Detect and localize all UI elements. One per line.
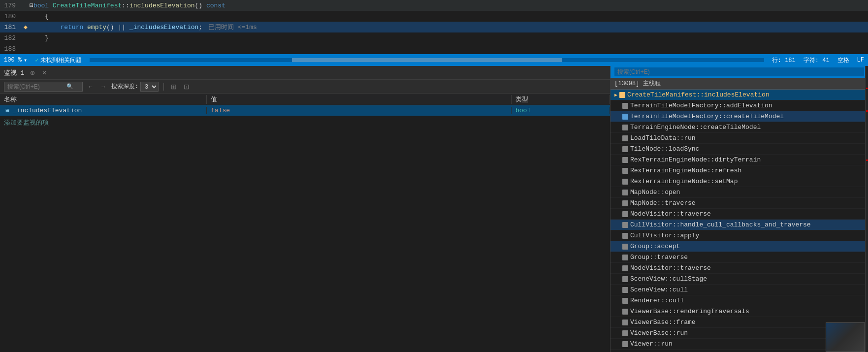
callstack-icon-8 [622, 179, 628, 185]
depth-value-select[interactable]: 3 1 2 4 5 [140, 82, 159, 92]
callstack-label-0: CreateTileManifest::includesElevation [627, 91, 770, 98]
watch-search-input[interactable] [7, 83, 66, 90]
callstack-icon-4 [622, 135, 628, 141]
callstack-label-13: CullVisitor::apply [630, 232, 699, 239]
callstack-marker-3 [866, 160, 868, 161]
callstack-item-19[interactable]: Renderer::cull [611, 295, 868, 306]
callstack-item-15[interactable]: Group::traverse [611, 252, 868, 263]
callstack-label-1: TerrainTileModelFactory::addElevation [630, 102, 772, 109]
callstack-label-14: Group::accept [630, 243, 680, 250]
watch-cell-type-0: bool [512, 107, 610, 114]
callstack-label-11: NodeVisitor::traverse [630, 210, 711, 218]
callstack-item-2[interactable]: TerrainTileModelFactory::createTileModel [611, 111, 868, 122]
callstack-icon-7 [622, 168, 628, 174]
scrollbar-track[interactable] [90, 58, 764, 62]
watch-cell-name-0: ⊞ _includesElevation [0, 107, 207, 114]
watch-table: 名称 值 类型 ⊞ _includesElevation false bool … [0, 94, 610, 352]
callstack-icon-9 [622, 190, 628, 195]
watch-panel: 监视 1 ⊕ ✕ 🔍 ← → 搜索深度: 3 1 2 4 5 [0, 66, 611, 352]
line-content-181: return empty() || _includesElevation;已用时… [30, 23, 868, 32]
encoding-info: LF [857, 56, 864, 64]
callstack-label-16: NodeVisitor::traverse [630, 264, 711, 272]
watch-nav-forward-button[interactable]: → [98, 82, 108, 91]
line-number-183: 183 [2, 45, 22, 53]
callstack-label-10: MapNode::traverse [630, 199, 696, 207]
col-header-value: 值 [207, 95, 512, 104]
code-lines: 179 ⊟bool CreateTileManifest::includesEl… [0, 0, 868, 54]
zoom-level[interactable]: 100 % ▾ [4, 57, 27, 64]
callstack-header [611, 66, 868, 78]
watch-search-box[interactable]: 🔍 [4, 82, 83, 92]
callstack-icon-5 [622, 146, 628, 152]
callstack-item-11[interactable]: NodeVisitor::traverse [611, 209, 868, 220]
callstack-icon-6 [622, 157, 628, 163]
watch-nav-back-button[interactable]: ← [86, 82, 96, 91]
callstack-label-4: LoadTileData::run [630, 134, 696, 142]
callstack-scrollbar-track [865, 66, 868, 352]
callstack-item-7[interactable]: RexTerrainEngineNode::refresh [611, 165, 868, 176]
callstack-icon-0 [619, 92, 625, 98]
callstack-icon-1 [622, 103, 628, 109]
line-content-179: ⊟bool CreateTileManifest::includesElevat… [30, 1, 868, 9]
code-editor: 179 ⊟bool CreateTileManifest::includesEl… [0, 0, 868, 54]
callstack-thread-label: [13008] 主线程 [614, 79, 661, 88]
callstack-label-20: ViewerBase::renderingTraversals [630, 308, 749, 315]
callstack-item-20[interactable]: ViewerBase::renderingTraversals [611, 306, 868, 317]
line-number-179: 179 [2, 2, 22, 9]
callstack-item-13[interactable]: CullVisitor::apply [611, 230, 868, 241]
callstack-item-17[interactable]: SceneView::cullStage [611, 274, 868, 285]
callstack-label-12: CullVisitor::handle_cull_callbacks_and_t… [630, 221, 811, 228]
watch-row-icon-0: ⊞ [4, 107, 11, 114]
watch-icon-btn2[interactable]: ⊡ [182, 82, 192, 92]
callstack-label-6: RexTerrainEngineNode::dirtyTerrain [630, 156, 761, 163]
callstack-item-5[interactable]: TileNode::loadSync [611, 144, 868, 155]
bottom-panel: 监视 1 ⊕ ✕ 🔍 ← → 搜索深度: 3 1 2 4 5 [0, 66, 868, 352]
callstack-icon-12 [622, 222, 628, 228]
callstack-label-3: TerrainEngineNode::createTileModel [630, 124, 761, 131]
watch-toolbar: 🔍 ← → 搜索深度: 3 1 2 4 5 ⊞ ⊡ [0, 80, 610, 94]
callstack-item-8[interactable]: RexTerrainEngineNode::setMap [611, 176, 868, 187]
callstack-label-18: SceneView::cull [630, 286, 688, 293]
callstack-item-3[interactable]: TerrainEngineNode::createTileModel [611, 122, 868, 133]
code-line-182: 182 } [0, 32, 868, 43]
callstack-list[interactable]: ▶ CreateTileManifest::includesElevation … [611, 90, 868, 352]
watch-panel-close-button[interactable]: ✕ [40, 69, 48, 77]
callstack-item-9[interactable]: MapNode::open [611, 187, 868, 198]
callstack-item-1[interactable]: TerrainTileModelFactory::addElevation [611, 100, 868, 111]
watch-row-0[interactable]: ⊞ _includesElevation false bool [0, 105, 610, 116]
callstack-item-10[interactable]: MapNode::traverse [611, 198, 868, 209]
col-header-name: 名称 [0, 95, 207, 104]
callstack-item-16[interactable]: NodeVisitor::traverse [611, 263, 868, 274]
callstack-icon-10 [622, 200, 628, 206]
col-header-type: 类型 [512, 95, 610, 104]
callstack-item-6[interactable]: RexTerrainEngineNode::dirtyTerrain [611, 155, 868, 165]
watch-panel-pin-button[interactable]: ⊕ [29, 69, 36, 77]
callstack-icon-19 [622, 298, 628, 304]
callstack-arrow-0: ▶ [614, 92, 617, 98]
line-content-182: } [30, 34, 868, 42]
callstack-label-22: ViewerBase::run [630, 329, 688, 337]
callstack-item-14[interactable]: Group::accept [611, 241, 868, 252]
callstack-thread-bar: [13008] 主线程 [611, 78, 868, 90]
callstack-icon-3 [622, 125, 628, 130]
callstack-label-9: MapNode::open [630, 189, 680, 196]
callstack-item-18[interactable]: SceneView::cull [611, 285, 868, 295]
callstack-marker-2 [866, 110, 868, 112]
watch-icon-btn1[interactable]: ⊞ [169, 82, 179, 92]
callstack-item-12[interactable]: CullVisitor::handle_cull_callbacks_and_t… [611, 220, 868, 230]
callstack-icon-16 [622, 265, 628, 271]
callstack-label-23: Viewer::run [630, 340, 673, 348]
callstack-label-15: Group::traverse [630, 254, 688, 261]
scrollbar-thumb [292, 58, 562, 62]
callstack-label-7: RexTerrainEngineNode::refresh [630, 167, 741, 174]
thumbnail-content [826, 323, 865, 352]
callstack-item-0[interactable]: ▶ CreateTileManifest::includesElevation [611, 90, 868, 100]
callstack-icon-23 [622, 341, 628, 347]
add-watch-item[interactable]: 添加要监视的项 [0, 116, 610, 129]
callstack-icon-21 [622, 320, 628, 325]
line-number-181: 181 [2, 24, 22, 31]
toolbar-separator [163, 83, 164, 91]
callstack-icon-11 [622, 211, 628, 217]
callstack-item-4[interactable]: LoadTileData::run [611, 133, 868, 144]
callstack-search-input[interactable] [614, 67, 864, 76]
